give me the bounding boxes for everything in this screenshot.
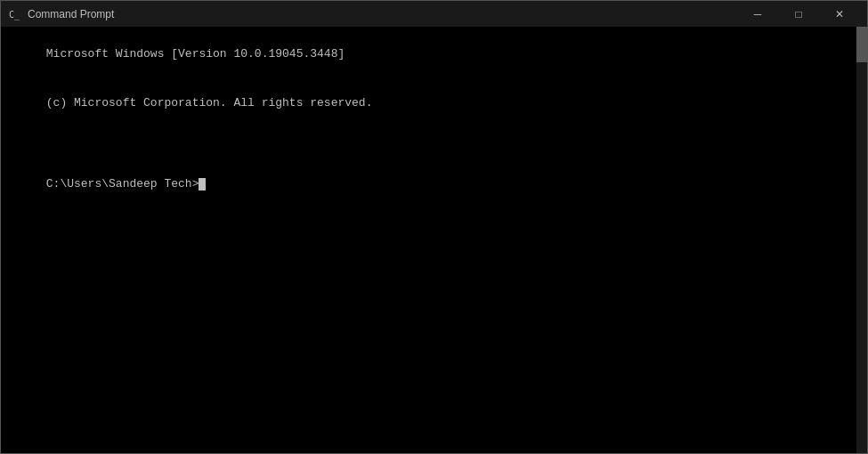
cursor xyxy=(199,178,206,191)
minimize-button[interactable]: ─ xyxy=(737,1,778,27)
window-title: Command Prompt xyxy=(28,8,114,20)
title-bar: C_ Command Prompt ─ □ ✕ xyxy=(1,1,867,27)
scrollbar[interactable] xyxy=(856,27,867,453)
console-output: Microsoft Windows [Version 10.0.19045.34… xyxy=(4,30,864,208)
maximize-button[interactable]: □ xyxy=(778,1,819,27)
cmd-icon: C_ xyxy=(8,7,22,21)
scrollbar-thumb[interactable] xyxy=(856,27,867,62)
title-bar-left: C_ Command Prompt xyxy=(8,7,114,21)
copyright-line: (c) Microsoft Corporation. All rights re… xyxy=(46,96,373,109)
console-body[interactable]: Microsoft Windows [Version 10.0.19045.34… xyxy=(1,27,867,453)
close-button[interactable]: ✕ xyxy=(819,1,860,27)
cmd-window: C_ Command Prompt ─ □ ✕ Microsoft Window… xyxy=(0,0,868,454)
window-controls: ─ □ ✕ xyxy=(737,1,860,27)
version-line: Microsoft Windows [Version 10.0.19045.34… xyxy=(46,47,345,61)
svg-text:C_: C_ xyxy=(9,10,20,20)
prompt-line: C:\Users\Sandeep Tech> xyxy=(46,177,199,191)
